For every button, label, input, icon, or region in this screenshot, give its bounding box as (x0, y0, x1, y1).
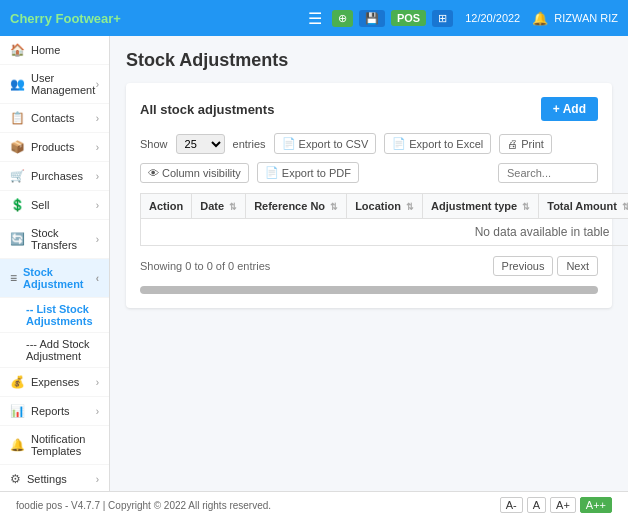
hamburger-menu[interactable]: ☰ (308, 9, 322, 28)
sell-icon: 💲 (10, 198, 25, 212)
show-label: Show (140, 138, 168, 150)
chevron-icon: › (96, 171, 99, 182)
entries-label: entries (233, 138, 266, 150)
notification-templates-icon: 🔔 (10, 438, 25, 452)
sidebar-label-purchases: Purchases (31, 170, 83, 182)
chevron-icon: › (96, 142, 99, 153)
circle-plus-btn[interactable]: ⊕ (332, 10, 353, 27)
col-adjustment-type[interactable]: Adjustment type ⇅ (423, 194, 539, 219)
sidebar-item-contacts[interactable]: 📋 Contacts › (0, 104, 109, 133)
card-title: All stock adjustments (140, 102, 274, 117)
sidebar-label-reports: Reports (31, 405, 70, 417)
sidebar-subitem-list-stock[interactable]: List Stock Adjustments (0, 298, 109, 333)
bell-icon[interactable]: 🔔 (532, 11, 548, 26)
table-footer: Showing 0 to 0 of 0 entries Previous Nex… (140, 256, 598, 276)
header-date: 12/20/2022 (465, 12, 520, 24)
export-pdf-btn[interactable]: 📄 Export to PDF (257, 162, 359, 183)
user-management-icon: 👥 (10, 77, 25, 91)
column-visibility-btn[interactable]: 👁 Column visibility (140, 163, 249, 183)
sidebar-item-notification-templates[interactable]: 🔔 Notification Templates (0, 426, 109, 465)
print-btn[interactable]: 🖨 Print (499, 134, 552, 154)
chevron-icon: › (96, 200, 99, 211)
sidebar-label-user-management: User Management (31, 72, 96, 96)
expenses-icon: 💰 (10, 375, 25, 389)
font-normal-btn[interactable]: A (527, 497, 546, 513)
search-input[interactable] (498, 163, 598, 183)
export-excel-btn[interactable]: 📄 Export to Excel (384, 133, 491, 154)
settings-icon: ⚙ (10, 472, 21, 486)
no-data-cell: No data available in table (141, 219, 629, 246)
export-csv-btn[interactable]: 📄 Export to CSV (274, 133, 377, 154)
sidebar-item-user-management[interactable]: 👥 User Management › (0, 65, 109, 104)
sidebar-item-reports[interactable]: 📊 Reports › (0, 397, 109, 426)
grid-btn[interactable]: ⊞ (432, 10, 453, 27)
chevron-icon: › (96, 113, 99, 124)
main-layout: 🏠 Home 👥 User Management › 📋 Contacts › … (0, 36, 628, 491)
home-icon: 🏠 (10, 43, 25, 57)
chevron-icon: › (96, 377, 99, 388)
sidebar-label-add-stock: --- Add Stock Adjustment (26, 338, 90, 362)
top-header: Cherry Footwear+ ☰ ⊕ 💾 POS ⊞ 12/20/2022 … (0, 0, 628, 36)
sidebar-item-settings[interactable]: ⚙ Settings › (0, 465, 109, 491)
sidebar-item-products[interactable]: 📦 Products › (0, 133, 109, 162)
col-reference-no[interactable]: Reference No ⇅ (246, 194, 347, 219)
font-increase-btn[interactable]: A+ (550, 497, 576, 513)
sidebar-label-settings: Settings (27, 473, 67, 485)
sidebar-label-home: Home (31, 44, 60, 56)
progress-bar (140, 286, 598, 294)
page-title: Stock Adjustments (126, 50, 612, 71)
chevron-icon: ‹ (96, 273, 99, 284)
sidebar-item-sell[interactable]: 💲 Sell › (0, 191, 109, 220)
sidebar-label-stock-transfers: Stock Transfers (31, 227, 96, 251)
main-content: Stock Adjustments All stock adjustments … (110, 36, 628, 491)
sidebar-label-contacts: Contacts (31, 112, 74, 124)
sidebar-item-expenses[interactable]: 💰 Expenses › (0, 368, 109, 397)
entries-select[interactable]: 25 50 100 (176, 134, 225, 154)
footer: foodie pos - V4.7.7 | Copyright © 2022 A… (0, 491, 628, 518)
chevron-icon: › (96, 406, 99, 417)
header-user: RIZWAN RIZ (554, 12, 618, 24)
sidebar-item-stock-transfers[interactable]: 🔄 Stock Transfers › (0, 220, 109, 259)
table-controls: Show 25 50 100 entries 📄 Export to CSV 📄… (140, 133, 598, 183)
showing-text: Showing 0 to 0 of 0 entries (140, 260, 270, 272)
chevron-icon: › (96, 79, 99, 90)
col-date[interactable]: Date ⇅ (192, 194, 246, 219)
stock-transfers-icon: 🔄 (10, 232, 25, 246)
sidebar-item-home[interactable]: 🏠 Home (0, 36, 109, 65)
pos-btn[interactable]: POS (391, 10, 426, 26)
sidebar: 🏠 Home 👥 User Management › 📋 Contacts › … (0, 36, 110, 491)
products-icon: 📦 (10, 140, 25, 154)
font-decrease-btn[interactable]: A- (500, 497, 523, 513)
save-btn[interactable]: 💾 (359, 10, 385, 27)
pagination: Previous Next (493, 256, 598, 276)
reports-icon: 📊 (10, 404, 25, 418)
purchases-icon: 🛒 (10, 169, 25, 183)
sidebar-item-stock-adjustment[interactable]: ≡ Stock Adjustment ‹ (0, 259, 109, 298)
prev-btn[interactable]: Previous (493, 256, 554, 276)
sidebar-label-expenses: Expenses (31, 376, 79, 388)
stock-adjustments-table: Action Date ⇅ Reference No ⇅ Location ⇅ … (140, 193, 628, 246)
copyright-text: foodie pos - V4.7.7 | Copyright © 2022 A… (16, 500, 271, 511)
stock-adjustment-icon: ≡ (10, 271, 17, 285)
col-action: Action (141, 194, 192, 219)
sidebar-subitem-add-stock[interactable]: --- Add Stock Adjustment (0, 333, 109, 368)
next-btn[interactable]: Next (557, 256, 598, 276)
font-large-btn[interactable]: A++ (580, 497, 612, 513)
sidebar-label-stock-adjustment: Stock Adjustment (23, 266, 96, 290)
brand-name: Cherry Footwear+ (10, 11, 308, 26)
sidebar-item-purchases[interactable]: 🛒 Purchases › (0, 162, 109, 191)
chevron-icon: › (96, 474, 99, 485)
sidebar-label-notification-templates: Notification Templates (31, 433, 99, 457)
font-size-controls: A- A A+ A++ (500, 497, 612, 513)
col-total-amount[interactable]: Total Amount ⇅ (539, 194, 628, 219)
col-location[interactable]: Location ⇅ (347, 194, 423, 219)
sidebar-label-list-stock: List Stock Adjustments (26, 303, 93, 327)
card-header: All stock adjustments + Add (140, 97, 598, 121)
add-button[interactable]: + Add (541, 97, 598, 121)
contacts-icon: 📋 (10, 111, 25, 125)
sidebar-label-products: Products (31, 141, 74, 153)
header-icons: ⊕ 💾 POS ⊞ 12/20/2022 🔔 RIZWAN RIZ (332, 10, 618, 27)
chevron-icon: › (96, 234, 99, 245)
stock-adjustments-card: All stock adjustments + Add Show 25 50 1… (126, 83, 612, 308)
sidebar-label-sell: Sell (31, 199, 49, 211)
